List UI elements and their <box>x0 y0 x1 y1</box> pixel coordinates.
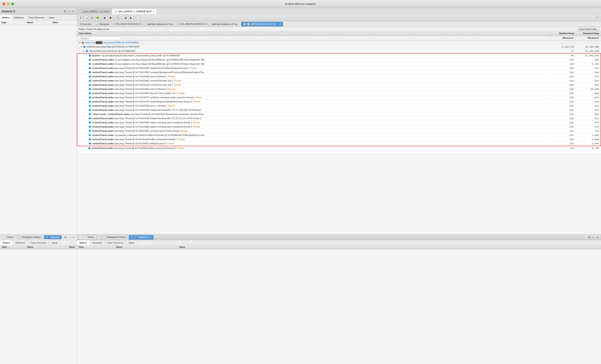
table-row[interactable]: 🔷 classes org.springframework.boot.loade… <box>77 54 601 58</box>
table-row[interactable]: ▼ 📦 class com.████.roxy.proxy137060 @ 0x… <box>77 41 601 45</box>
bottom-attributes-tab[interactable]: Attributes <box>90 240 104 245</box>
action-tab-path2[interactable]: path2gc [selection of 'cla... <box>210 22 241 26</box>
status-bar: Status: Found 30 paths so far. Fetch Nex… <box>77 27 601 31</box>
expand-arrow[interactable]: ▼ <box>79 42 81 44</box>
notes-tab[interactable]: 📝 Notes <box>1 235 16 239</box>
btab-class-hierarchy[interactable]: Class Hierarchy <box>28 240 50 245</box>
row-shallow: 120 <box>550 117 575 120</box>
table-row[interactable]: 🔷 contextClassLoader java.lang.Thread @ … <box>77 146 601 150</box>
fullscreen-button[interactable] <box>11 2 14 5</box>
action-tab-path1[interactable]: path2gc [selection of 'cla... <box>145 22 176 26</box>
toolbar-histogram-btn[interactable]: 📊 <box>84 15 89 20</box>
row-shallow <box>551 42 576 43</box>
bottom-right-minimize-icon[interactable]: — <box>592 236 595 239</box>
toolbar-help-btn[interactable]: ? <box>595 15 600 20</box>
file-tab-1-close[interactable]: ✕ <box>153 10 154 13</box>
tab-class-hierarchy[interactable]: Class Hierarchy <box>26 15 47 20</box>
table-row[interactable]: ▼ 🔷 [286942] java.lang.Object[327680] @ … <box>77 45 601 49</box>
tab-statics[interactable]: Statics <box>0 15 12 20</box>
toolbar-objects-btn[interactable]: ⚙ <box>90 15 94 20</box>
expand-arrow[interactable]: ▼ <box>83 50 85 52</box>
btab-attributes[interactable]: Attributes <box>13 240 28 245</box>
inspector-close-button[interactable]: ✕ <box>72 10 75 13</box>
bottom-panel-tabs: 📝 Notes 📋 Navigation History 🔍 Inspector… <box>0 234 77 240</box>
toolbar-query-btn[interactable]: ▶ <box>102 15 107 20</box>
inspector-tab-bar: Statics Attributes Class Hierarchy Value <box>0 15 77 20</box>
btab-statics[interactable]: Statics <box>0 240 13 245</box>
navigation-history-tab[interactable]: 📋 Navigation History <box>16 235 43 239</box>
table-row[interactable]: 🔷 contextClassLoader java.lang.Thread @ … <box>77 83 601 87</box>
table-row[interactable]: 🔷 contextClassLoader java.lang.Thread @ … <box>77 121 601 125</box>
bottom-inspector-panel: 📝 Notes 📋 Navigation History 🔍 Inspector… <box>0 234 77 364</box>
table-row[interactable]: 🔷 contextClassLoader java.lang.Thread @ … <box>77 142 601 146</box>
bottom-right-close-icon[interactable]: ✕ <box>596 236 599 239</box>
toolbar-info-btn[interactable]: ℹ <box>78 15 83 20</box>
regex-field[interactable] <box>79 37 120 40</box>
bottom-inspector-tab[interactable]: 🔍 🔍 Inspector ✕ <box>129 235 153 240</box>
table-row[interactable]: 🔷 contextClassLoader java.lang.Thread @ … <box>77 95 601 100</box>
toolbar-dominator-btn[interactable]: 🌳 <box>95 15 100 20</box>
bottom-inspector-minimize-icon[interactable]: — <box>68 236 71 239</box>
file-tab-1[interactable]: 📋 java_pid3633_7_25的副本.hprof ✕ <box>112 9 157 14</box>
toolbar-stop-btn[interactable]: ⏹ <box>108 15 113 20</box>
toolbar-forward-btn[interactable]: ▶ <box>128 15 133 20</box>
tab-attributes[interactable]: Attributes <box>12 15 26 20</box>
row-retained: 680 <box>575 92 601 95</box>
minimize-button[interactable] <box>7 2 10 5</box>
table-row[interactable]: 🔷 <Java Local>, contextClassLoader java.… <box>77 112 601 116</box>
table-row[interactable]: 🔷 contextClassLoader java.lang.Thread @ … <box>77 104 601 108</box>
toolbar-back-btn[interactable]: ◀ <box>123 15 128 20</box>
table-row[interactable]: 🔷 contextClassLoader ch.qos.logback.core… <box>77 62 601 66</box>
row-icon: 🔷 <box>88 113 91 115</box>
bottom-class-hierarchy-tab[interactable]: Class Hierarchy <box>105 240 126 245</box>
row-class-name: 🔷 contextClassLoader java.lang.Thread @ … <box>77 109 550 112</box>
table-row[interactable]: ▼ 🔷 elementData java.util.Vector @ 0x740… <box>77 49 601 53</box>
row-label: contextClassLoader java.lang.Thread @ 0x… <box>92 104 175 107</box>
table-row[interactable]: 🔷 contextClassLoader java.lang.Thread @ … <box>77 79 601 83</box>
inspector-settings-button[interactable]: ⚙ <box>63 10 67 13</box>
row-shallow: 120 <box>550 92 575 95</box>
expand-arrow[interactable]: ▼ <box>80 46 82 48</box>
bottom-notes-tab[interactable]: 📝 📝 Notes <box>79 235 97 240</box>
toolbar-search-btn[interactable]: 🔍 <box>115 15 120 20</box>
toolbar-chart-btn[interactable]: 📈 <box>136 15 141 20</box>
table-row[interactable]: 🔷 contextClassLoader java.lang.Thread @ … <box>77 108 601 112</box>
bottom-inspector-close-icon[interactable]: ✕ <box>72 236 75 239</box>
inspector-tab-bottom[interactable]: 🔍 Inspector <box>44 235 61 239</box>
bottom-nav-history-tab[interactable]: 📋 📋 Navigation History <box>97 235 128 240</box>
table-row[interactable]: 🔷 contextClassLoader java.lang.Thread @ … <box>77 100 601 104</box>
table-row[interactable]: 🔷 contextClassLoader java.lang.Thread @ … <box>77 91 601 95</box>
action-tab-list1[interactable]: ▷ list_objects [selection of...] <box>112 22 145 26</box>
bottom-value-tab[interactable]: Value <box>126 240 137 245</box>
table-row[interactable]: 🔷 contextClassLoader java.lang.Thread @ … <box>77 125 601 129</box>
table-row[interactable]: 🔷 contextClassLoader java.lang.Thread @ … <box>77 129 601 133</box>
fetch-next-button[interactable]: Fetch Next Paths <box>577 27 599 31</box>
action-tab-path3[interactable]: 📋 📋 path2gc [selection of 'cla... ✕ <box>241 22 283 26</box>
inspector-close-icon[interactable]: ✕ <box>150 236 151 238</box>
action-tab-list2[interactable]: ▷ list_objects [selection of...] <box>177 22 210 26</box>
toolbar-sep-1 <box>101 16 101 20</box>
action-tab-overview[interactable]: ℹ Overview <box>78 22 93 26</box>
th-regex-input[interactable] <box>77 36 551 40</box>
action-tab-histogram[interactable]: 📊 Histogram <box>94 22 112 26</box>
path3-close-icon[interactable]: ✕ <box>279 23 281 25</box>
bottom-inspector-settings-icon[interactable]: ⚙ <box>64 236 67 239</box>
table-row[interactable]: 🔷 contextClassLoader java.lang.Thread @ … <box>77 75 601 79</box>
bottom-th-value: Value <box>177 245 601 249</box>
file-tab-0[interactable]: 📋 java_pid3633_7_31.hprof <box>77 9 112 14</box>
row-class-name: ▼ 🔷 [286942] java.lang.Object[327680] @ … <box>77 45 551 48</box>
table-row[interactable]: 🔷 contextClassLoader java.lang.Thread @ … <box>77 70 601 75</box>
row-class-name: 🔷 contextClassLoader java.lang.Thread @ … <box>77 121 550 124</box>
btab-value[interactable]: Value <box>49 240 60 245</box>
inspector-minimize-button[interactable]: — <box>67 10 71 13</box>
table-row[interactable]: 🔷 contextClassLoader ch.qos.logback.core… <box>77 58 601 62</box>
table-row[interactable]: 🔷 contextClassLoader java.lang.Thread @ … <box>77 87 601 91</box>
table-row[interactable]: 🔷 contextClassLoader java.lang.Thread @ … <box>77 116 601 121</box>
close-button[interactable] <box>2 2 5 5</box>
table-row[interactable]: 🔷 contextClassLoader org.apache.zookeepe… <box>77 133 601 137</box>
bottom-statics-tab[interactable]: Statics <box>77 240 90 245</box>
table-row[interactable]: 🔷 contextClassLoader java.lang.Thread @ … <box>77 137 601 142</box>
bottom-right-settings-icon[interactable]: ⚙ <box>588 236 591 239</box>
tab-value[interactable]: Value <box>47 15 57 20</box>
table-row[interactable]: 🔷 contextClassLoader java.lang.Thread @ … <box>77 66 601 70</box>
